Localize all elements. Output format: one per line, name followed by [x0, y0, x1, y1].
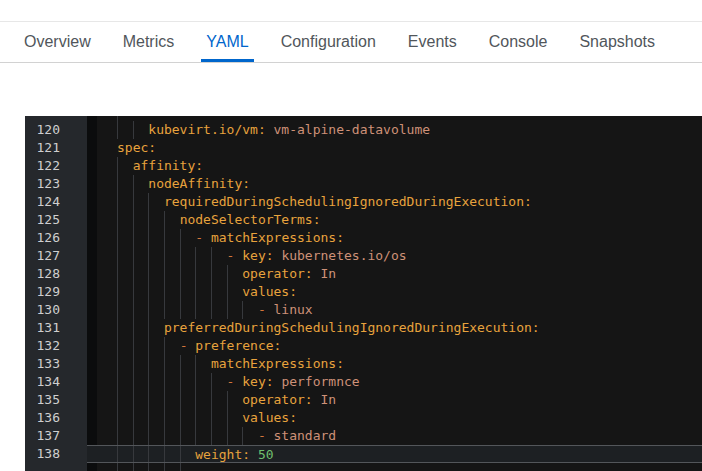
- yaml-token-p: [203, 230, 211, 245]
- yaml-token-p: [117, 158, 133, 173]
- line-number[interactable]: 132: [25, 337, 87, 355]
- code-line[interactable]: - standard: [97, 427, 702, 445]
- line-number[interactable]: 134: [25, 373, 87, 391]
- gutter-divider: [87, 337, 97, 355]
- code-line[interactable]: matchExpressions:: [97, 355, 702, 373]
- code-line[interactable]: values:: [97, 409, 702, 427]
- tab-console[interactable]: Console: [473, 22, 564, 62]
- indent-guide: [195, 301, 196, 319]
- indent-guide: [133, 193, 134, 211]
- yaml-token-d: -: [195, 230, 203, 245]
- code-line[interactable]: spec:: [97, 139, 702, 157]
- editor-row: 130 - linux: [25, 301, 702, 319]
- code-line[interactable]: values:: [97, 283, 702, 301]
- line-number[interactable]: 122: [25, 157, 87, 175]
- line-number[interactable]: 135: [25, 391, 87, 409]
- line-number[interactable]: 129: [25, 283, 87, 301]
- indent-guide: [148, 229, 149, 247]
- yaml-token-k: preference:: [195, 338, 281, 353]
- code-line[interactable]: preferredDuringSchedulingIgnoredDuringEx…: [97, 319, 702, 337]
- code-line[interactable]: - linux: [97, 301, 702, 319]
- indent-guide: [148, 337, 149, 355]
- tab-events[interactable]: Events: [392, 22, 473, 62]
- line-number[interactable]: 138: [25, 445, 87, 463]
- yaml-token-v: linux: [274, 302, 313, 317]
- code-line[interactable]: - key: performnce: [97, 373, 702, 391]
- code-line[interactable]: - key: kubernetes.io/os: [97, 247, 702, 265]
- tab-yaml[interactable]: YAML: [190, 22, 264, 62]
- code-line[interactable]: nodeSelectorTerms:: [97, 211, 702, 229]
- gutter-divider: [87, 391, 97, 409]
- indent-guide: [133, 373, 134, 391]
- yaml-token-k: key:: [242, 248, 273, 263]
- line-number[interactable]: 128: [25, 265, 87, 283]
- editor-row: 126 - matchExpressions:: [25, 229, 702, 247]
- code-line[interactable]: nodeAffinity:: [97, 175, 702, 193]
- line-number[interactable]: 131: [25, 319, 87, 337]
- tab-configuration[interactable]: Configuration: [265, 22, 392, 62]
- line-number[interactable]: 121: [25, 139, 87, 157]
- line-number[interactable]: [25, 463, 87, 471]
- indent-guide: [148, 463, 149, 471]
- indent-guide: [117, 391, 118, 409]
- line-number[interactable]: 137: [25, 427, 87, 445]
- line-number[interactable]: 123: [25, 175, 87, 193]
- code-line[interactable]: affinity:: [97, 157, 702, 175]
- yaml-token-p: [313, 392, 321, 407]
- tab-metrics[interactable]: Metrics: [107, 22, 191, 62]
- code-line[interactable]: [97, 463, 702, 471]
- indent-guide: [164, 463, 165, 471]
- tab-snapshots[interactable]: Snapshots: [563, 22, 671, 62]
- indent-guide: [117, 247, 118, 265]
- yaml-token-k: weight:: [195, 447, 250, 462]
- tab-overview[interactable]: Overview: [8, 22, 107, 62]
- indent-guide: [133, 121, 134, 139]
- editor-row: 136 values:: [25, 409, 702, 427]
- indent-guide: [164, 337, 165, 355]
- code-line[interactable]: requiredDuringSchedulingIgnoredDuringExe…: [97, 193, 702, 211]
- indent-guide: [180, 229, 181, 247]
- indent-guide: [133, 463, 134, 471]
- yaml-token-k: values:: [242, 410, 297, 425]
- editor-row: 125 nodeSelectorTerms:: [25, 211, 702, 229]
- yaml-token-v: In: [321, 392, 337, 407]
- indent-guide: [133, 337, 134, 355]
- line-number[interactable]: 124: [25, 193, 87, 211]
- line-number[interactable]: 125: [25, 211, 87, 229]
- yaml-code-editor[interactable]: 119 labels:120 kubevirt.io/vm: vm-alpine…: [25, 116, 702, 471]
- code-line[interactable]: weight: 50: [97, 445, 702, 463]
- code-line[interactable]: operator: In: [97, 391, 702, 409]
- line-number[interactable]: 127: [25, 247, 87, 265]
- editor-row: 132 - preference:: [25, 337, 702, 355]
- code-line[interactable]: operator: In: [97, 265, 702, 283]
- indent-guide: [117, 446, 118, 462]
- indent-guide: [117, 265, 118, 283]
- yaml-token-k: nodeAffinity:: [148, 176, 250, 191]
- indent-guide: [148, 247, 149, 265]
- line-number[interactable]: 136: [25, 409, 87, 427]
- indent-guide: [117, 337, 118, 355]
- indent-guide: [211, 373, 212, 391]
- line-number[interactable]: 130: [25, 301, 87, 319]
- code-line[interactable]: - matchExpressions:: [97, 229, 702, 247]
- indent-guide: [164, 265, 165, 283]
- yaml-token-p: [117, 320, 164, 335]
- line-number[interactable]: 120: [25, 121, 87, 139]
- editor-row: 122 affinity:: [25, 157, 702, 175]
- yaml-token-p: [117, 302, 258, 317]
- editor-row: 131 preferredDuringSchedulingIgnoredDuri…: [25, 319, 702, 337]
- indent-guide: [148, 211, 149, 229]
- code-line[interactable]: - preference:: [97, 337, 702, 355]
- indent-guide: [133, 301, 134, 319]
- yaml-token-d: -: [258, 428, 266, 443]
- editor-row: 137 - standard: [25, 427, 702, 445]
- line-number[interactable]: 133: [25, 355, 87, 373]
- indent-guide: [148, 391, 149, 409]
- indent-guide: [180, 463, 181, 471]
- code-line[interactable]: kubevirt.io/vm: vm-alpine-datavolume: [97, 121, 702, 139]
- indent-guide: [195, 247, 196, 265]
- indent-guide: [148, 319, 149, 337]
- tab-label: Snapshots: [579, 33, 655, 51]
- yaml-token-p: [117, 428, 258, 443]
- line-number[interactable]: 126: [25, 229, 87, 247]
